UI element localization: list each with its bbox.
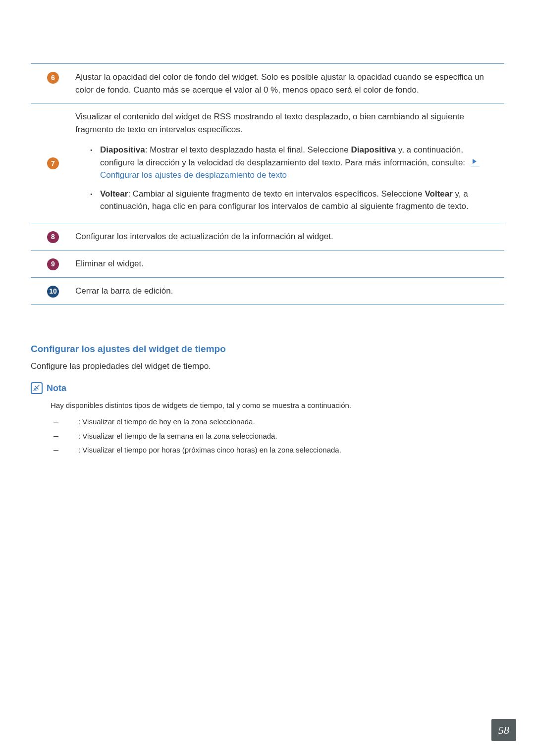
table-row: 8 Configurar los intervalos de actualiza… [31, 223, 504, 251]
row-intro: Visualizar el contenido del widget de RS… [75, 110, 499, 136]
section-subtitle: Configure las propiedades del widget de … [31, 360, 504, 373]
note-header: Nota [31, 382, 504, 395]
num-cell: 10 [31, 285, 75, 298]
sub-item: ▪ Voltear: Cambiar al siguiente fragment… [75, 185, 499, 216]
options-table: 6 Ajustar la opacidad del color de fondo… [31, 63, 504, 305]
bullet-icon: ▪ [90, 188, 100, 213]
list-item: – : Visualizar el tiempo por horas (próx… [51, 443, 504, 457]
link-text[interactable]: Configurar los ajustes de desplazamiento… [100, 170, 287, 180]
table-row: 7 Visualizar el contenido del widget de … [31, 103, 504, 223]
note-label: Nota [47, 382, 66, 395]
row-content: Visualizar el contenido del widget de RS… [75, 110, 504, 216]
note-list: – : Visualizar el tiempo de hoy en la zo… [51, 415, 504, 457]
bullet-icon: ▪ [90, 144, 100, 182]
note-intro: Hay disponibles distintos tipos de widge… [51, 400, 504, 411]
num-cell: 8 [31, 230, 75, 243]
note-box: Nota Hay disponibles distintos tipos de … [31, 382, 504, 457]
sub-span: : Mostrar el texto desplazado hasta el f… [145, 145, 351, 154]
page-number: 58 [491, 719, 516, 741]
sub-span: : Cambiar al siguiente fragmento de text… [128, 189, 425, 199]
row-content: Ajustar la opacidad del color de fondo d… [75, 71, 504, 96]
sub-item: ▪ Diapositiva: Mostrar el texto desplaza… [75, 141, 499, 185]
list-item: – : Visualizar el tiempo de hoy en la zo… [51, 415, 504, 429]
table-row: 10 Cerrar la barra de edición. [31, 278, 504, 305]
row-content: Cerrar la barra de edición. [75, 285, 504, 298]
dash-icon: – [51, 431, 78, 442]
num-cell: 6 [31, 71, 75, 84]
num-badge-10: 10 [47, 286, 59, 298]
note-item-text: : Visualizar el tiempo por horas (próxim… [78, 445, 504, 456]
sub-list: ▪ Diapositiva: Mostrar el texto desplaza… [75, 141, 499, 216]
table-row: 9 Eliminar el widget. [31, 251, 504, 278]
list-item: – : Visualizar el tiempo de la semana en… [51, 429, 504, 444]
num-cell: 9 [31, 257, 75, 270]
dash-icon: – [51, 445, 78, 456]
num-badge-9: 9 [47, 258, 59, 270]
sub-text: Diapositiva: Mostrar el texto desplazado… [100, 144, 499, 182]
link-arrow-icon[interactable] [471, 157, 480, 166]
note-body: Hay disponibles distintos tipos de widge… [31, 400, 504, 457]
table-row: 6 Ajustar la opacidad del color de fondo… [31, 64, 504, 103]
dash-icon: – [51, 416, 78, 428]
num-badge-8: 8 [47, 231, 59, 243]
row-content: Configurar los intervalos de actualizaci… [75, 230, 504, 243]
sub-bold: Diapositiva [100, 145, 145, 154]
sub-bold: Diapositiva [351, 145, 396, 154]
note-item-text: : Visualizar el tiempo de la semana en l… [78, 431, 504, 442]
section-title: Configurar los ajustes del widget de tie… [31, 342, 504, 356]
num-badge-7: 7 [47, 157, 59, 169]
num-badge-6: 6 [47, 72, 59, 84]
sub-text: Voltear: Cambiar al siguiente fragmento … [100, 188, 499, 213]
note-icon [31, 382, 43, 394]
sub-bold: Voltear [425, 189, 452, 199]
num-cell: 7 [31, 156, 75, 169]
row-content: Eliminar el widget. [75, 257, 504, 270]
sub-bold: Voltear [100, 189, 128, 199]
note-item-text: : Visualizar el tiempo de hoy en la zona… [78, 416, 504, 428]
